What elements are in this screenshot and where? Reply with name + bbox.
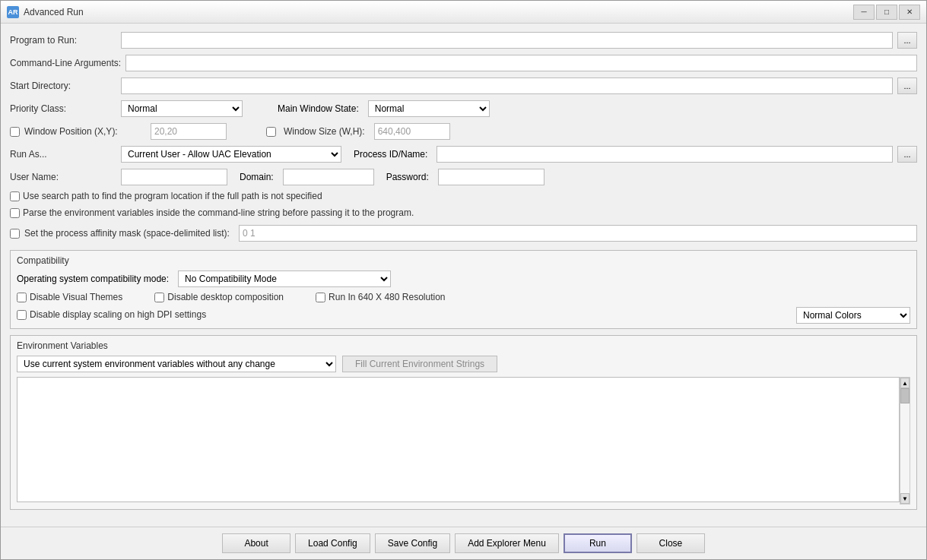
titlebar: AR Advanced Run ─ □ ✕ bbox=[1, 1, 926, 24]
parse-env-label[interactable]: Parse the environment variables inside t… bbox=[23, 207, 414, 218]
disable-scaling-row: Disable display scaling on high DPI sett… bbox=[17, 309, 206, 320]
affinity-checkbox[interactable] bbox=[10, 229, 20, 239]
app-icon: AR bbox=[7, 6, 19, 18]
disable-themes-checkbox[interactable] bbox=[17, 293, 27, 302]
main-window: AR Advanced Run ─ □ ✕ Program to Run: ..… bbox=[0, 0, 927, 560]
env-controls: Use current system environment variables… bbox=[17, 356, 910, 372]
priority-class-label: Priority Class: bbox=[10, 103, 116, 114]
username-input[interactable] bbox=[121, 169, 227, 185]
start-directory-input[interactable] bbox=[121, 78, 893, 94]
command-line-input[interactable] bbox=[125, 55, 917, 71]
run-640-label[interactable]: Run In 640 X 480 Resolution bbox=[329, 292, 445, 302]
run-as-label: Run As... bbox=[10, 149, 116, 160]
window-position-label: Window Position (X,Y): bbox=[24, 126, 146, 137]
disable-composition-row: Disable desktop composition bbox=[154, 292, 284, 302]
run-640-row: Run In 640 X 480 Resolution bbox=[316, 292, 445, 302]
main-window-state-label: Main Window State: bbox=[278, 103, 359, 114]
password-label: Password: bbox=[386, 172, 429, 182]
run-button[interactable]: Run bbox=[564, 533, 632, 553]
program-to-run-input[interactable] bbox=[121, 32, 893, 49]
scroll-track bbox=[900, 388, 910, 493]
env-scrollbar[interactable]: ▲ ▼ bbox=[900, 377, 910, 505]
program-to-run-row: Program to Run: ... bbox=[10, 31, 917, 49]
search-path-label[interactable]: Use search path to find the program loca… bbox=[23, 191, 322, 201]
minimize-button[interactable]: ─ bbox=[853, 5, 875, 20]
search-path-row: Use search path to find the program loca… bbox=[10, 191, 917, 201]
directory-browse-button[interactable]: ... bbox=[897, 78, 917, 94]
credentials-row: User Name: Domain: Password: bbox=[10, 168, 917, 186]
program-browse-button[interactable]: ... bbox=[897, 32, 917, 49]
main-content: Program to Run: ... Command-Line Argumen… bbox=[1, 24, 926, 527]
start-directory-label: Start Directory: bbox=[10, 81, 116, 91]
about-button[interactable]: About bbox=[222, 533, 290, 553]
window-position-checkbox[interactable] bbox=[10, 127, 20, 137]
scroll-thumb[interactable] bbox=[900, 388, 910, 403]
disable-composition-checkbox[interactable] bbox=[154, 293, 164, 302]
disable-scaling-checkbox[interactable] bbox=[17, 310, 27, 320]
load-config-button[interactable]: Load Config bbox=[295, 533, 370, 553]
affinity-label: Set the process affinity mask (space-del… bbox=[24, 228, 230, 239]
parse-env-row: Parse the environment variables inside t… bbox=[10, 207, 917, 218]
window-size-checkbox[interactable] bbox=[266, 127, 276, 137]
position-size-row: Window Position (X,Y): Window Size (W,H)… bbox=[10, 122, 917, 141]
domain-label: Domain: bbox=[240, 172, 274, 182]
window-size-label: Window Size (W,H): bbox=[284, 126, 365, 137]
compat-os-label: Operating system compatibility mode: bbox=[17, 274, 169, 284]
run-as-select[interactable]: Current User - Allow UAC Elevation Curre… bbox=[121, 146, 341, 163]
command-line-row: Command-Line Arguments: bbox=[10, 54, 917, 72]
compat-row2: Disable display scaling on high DPI sett… bbox=[17, 307, 910, 324]
window-position-input[interactable] bbox=[151, 123, 227, 140]
env-section-title: Environment Variables bbox=[17, 340, 910, 351]
compatibility-section: Compatibility Operating system compatibi… bbox=[10, 250, 917, 329]
command-line-label: Command-Line Arguments: bbox=[10, 58, 121, 68]
process-browse-button[interactable]: ... bbox=[897, 146, 917, 163]
domain-input[interactable] bbox=[283, 169, 374, 185]
password-input[interactable] bbox=[438, 169, 544, 185]
env-textarea[interactable] bbox=[17, 377, 900, 502]
disable-scaling-label[interactable]: Disable display scaling on high DPI sett… bbox=[30, 309, 206, 320]
scroll-down-arrow[interactable]: ▼ bbox=[900, 493, 910, 504]
save-config-button[interactable]: Save Config bbox=[375, 533, 450, 553]
process-id-label: Process ID/Name: bbox=[354, 149, 427, 160]
add-explorer-button[interactable]: Add Explorer Menu bbox=[455, 533, 559, 553]
username-label: User Name: bbox=[10, 172, 116, 182]
compat-os-row: Operating system compatibility mode: No … bbox=[17, 271, 910, 287]
fill-env-button[interactable]: Fill Current Environment Strings bbox=[342, 356, 497, 372]
close-button[interactable]: ✕ bbox=[899, 5, 920, 20]
env-textarea-wrapper: ▲ ▼ bbox=[17, 377, 910, 505]
disable-themes-row: Disable Visual Themes bbox=[17, 292, 122, 302]
disable-composition-label[interactable]: Disable desktop composition bbox=[167, 292, 284, 302]
disable-themes-label[interactable]: Disable Visual Themes bbox=[30, 292, 122, 302]
run-640-checkbox[interactable] bbox=[316, 293, 325, 302]
normal-colors-select[interactable]: Normal Colors 256 Colors 16-bit Colors bbox=[796, 307, 910, 324]
env-dropdown[interactable]: Use current system environment variables… bbox=[17, 356, 336, 372]
priority-window-row: Priority Class: Normal Above Normal Belo… bbox=[10, 100, 917, 118]
parse-env-checkbox[interactable] bbox=[10, 208, 20, 218]
priority-class-select[interactable]: Normal Above Normal Below Normal High Id… bbox=[121, 100, 243, 117]
window-title: Advanced Run bbox=[24, 7, 853, 17]
env-variables-section: Environment Variables Use current system… bbox=[10, 335, 917, 510]
maximize-button[interactable]: □ bbox=[876, 5, 897, 20]
window-size-input[interactable] bbox=[374, 123, 450, 140]
program-to-run-label: Program to Run: bbox=[10, 35, 116, 46]
affinity-input[interactable] bbox=[239, 225, 917, 242]
affinity-row: Set the process affinity mask (space-del… bbox=[10, 224, 917, 242]
compat-section-title: Compatibility bbox=[17, 255, 910, 266]
compat-os-select[interactable]: No Compatibility Mode Windows XP (SP2) W… bbox=[178, 271, 391, 287]
run-as-row: Run As... Current User - Allow UAC Eleva… bbox=[10, 145, 917, 163]
close-dialog-button[interactable]: Close bbox=[637, 533, 705, 553]
main-window-state-select[interactable]: Normal Maximized Minimized Hidden bbox=[368, 100, 490, 117]
start-directory-row: Start Directory: ... bbox=[10, 77, 917, 95]
process-id-input[interactable] bbox=[437, 146, 893, 163]
search-path-checkbox[interactable] bbox=[10, 191, 20, 201]
footer: About Load Config Save Config Add Explor… bbox=[1, 527, 926, 559]
scroll-up-arrow[interactable]: ▲ bbox=[900, 378, 910, 388]
compat-checkboxes-row1: Disable Visual Themes Disable desktop co… bbox=[17, 292, 910, 304]
titlebar-buttons: ─ □ ✕ bbox=[853, 5, 920, 20]
